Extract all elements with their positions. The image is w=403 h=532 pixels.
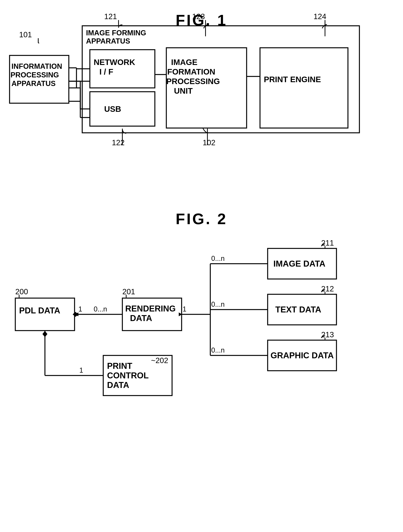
svg-text:NETWORK: NETWORK [94, 58, 135, 67]
svg-rect-36 [10, 55, 69, 103]
svg-text:1: 1 [78, 305, 82, 313]
svg-rect-21 [82, 26, 359, 133]
svg-text:201: 201 [122, 287, 135, 296]
svg-rect-84 [103, 355, 172, 396]
svg-rect-66 [268, 294, 336, 325]
svg-text:1: 1 [79, 366, 83, 374]
svg-text:DATA: DATA [130, 313, 152, 323]
svg-text:213: 213 [321, 330, 334, 339]
svg-text:~202: ~202 [151, 356, 168, 365]
svg-marker-59 [73, 312, 78, 317]
svg-text:USB: USB [104, 105, 121, 114]
svg-text:211: 211 [321, 239, 334, 247]
svg-text:FORMATION: FORMATION [167, 67, 215, 76]
svg-rect-24 [90, 50, 155, 88]
svg-text:RENDERING: RENDERING [125, 304, 176, 313]
svg-text:PRINT ENGINE: PRINT ENGINE [264, 75, 321, 84]
svg-text:CONTROL: CONTROL [107, 371, 149, 380]
svg-rect-29 [166, 48, 247, 128]
svg-rect-34 [260, 48, 348, 128]
svg-text:INFORMATION: INFORMATION [12, 62, 62, 70]
svg-rect-27 [90, 92, 155, 126]
svg-marker-93 [43, 331, 47, 334]
svg-text:PRINT: PRINT [107, 361, 132, 371]
svg-text:UNIT: UNIT [174, 86, 193, 95]
fig2-diagram-svg: PDL DATA 200 RENDERING DATA 201 1 0...n … [0, 210, 403, 524]
svg-text:124: 124 [313, 12, 326, 21]
svg-text:101: 101 [19, 30, 32, 39]
svg-text:122: 122 [112, 138, 125, 147]
svg-rect-62 [268, 248, 336, 279]
svg-text:200: 200 [15, 287, 28, 296]
svg-text:0...n: 0...n [211, 300, 225, 308]
svg-text:0...n: 0...n [94, 305, 107, 313]
svg-text:102: 102 [203, 138, 216, 147]
svg-text:1: 1 [183, 305, 186, 313]
fig2-title: FIG. 2 [176, 210, 227, 228]
svg-marker-92 [42, 331, 47, 337]
svg-marker-58 [75, 312, 78, 316]
svg-rect-48 [15, 298, 75, 331]
svg-text:GRAPHIC DATA: GRAPHIC DATA [270, 351, 334, 360]
svg-text:PROCESSING: PROCESSING [166, 77, 220, 86]
svg-text:DATA: DATA [107, 380, 129, 390]
svg-text:PROCESSING: PROCESSING [11, 71, 59, 79]
svg-text:121: 121 [104, 12, 117, 21]
svg-text:I / F: I / F [99, 67, 113, 76]
fig1-title: FIG. 1 [176, 12, 227, 29]
svg-text:PDL DATA: PDL DATA [19, 306, 60, 315]
svg-text:IMAGE DATA: IMAGE DATA [273, 259, 325, 268]
svg-marker-75 [179, 312, 182, 316]
svg-text:IMAGE: IMAGE [171, 58, 198, 67]
svg-rect-52 [122, 298, 182, 331]
svg-text:0...n: 0...n [211, 346, 225, 354]
svg-text:IMAGE FORMING: IMAGE FORMING [86, 29, 146, 37]
svg-rect-70 [268, 340, 336, 371]
svg-text:APPARATUS: APPARATUS [86, 37, 130, 45]
svg-text:212: 212 [321, 285, 334, 293]
svg-text:APPARATUS: APPARATUS [12, 80, 56, 88]
svg-text:0...n: 0...n [211, 254, 225, 262]
svg-text:TEXT DATA: TEXT DATA [275, 305, 321, 314]
